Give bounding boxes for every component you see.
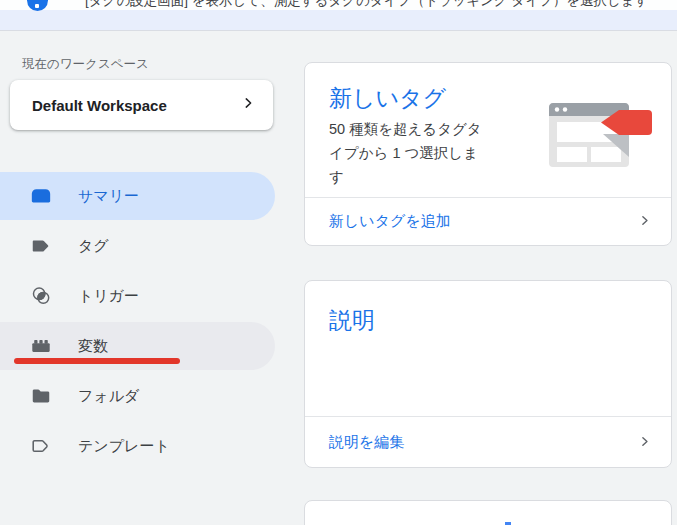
card-title: 新しいタグ — [329, 83, 446, 114]
browser-window-red-tag-illustration — [545, 93, 657, 181]
template-icon — [30, 435, 52, 457]
sidebar-item-label: サマリー — [78, 187, 139, 206]
trigger-icon — [30, 285, 52, 307]
sidebar-item-label: テンプレート — [78, 437, 170, 456]
banner-clip: [タグの設定画面] を表示して、測定するタグのタイプ（トラッキング タイプ）を選… — [0, 0, 677, 12]
sidebar-item-folders[interactable]: フォルダ — [0, 372, 275, 420]
chevron-right-icon — [638, 434, 651, 451]
sidebar-item-label: フォルダ — [78, 387, 139, 406]
card-title: 説明 — [329, 305, 375, 336]
tour-banner: [タグの設定画面] を表示して、測定するタグのタイプ（トラッキング タイプ）を選… — [0, 0, 677, 31]
info-icon — [27, 0, 48, 11]
action-label: 新しいタグを追加 — [329, 212, 451, 231]
card-description: 50 種類を超えるタグタイプから 1 つ選択します — [329, 117, 487, 189]
add-new-tag-action[interactable]: 新しいタグを追加 — [305, 197, 671, 245]
summary-icon — [30, 185, 52, 207]
chevron-right-icon — [241, 96, 255, 114]
variable-icon — [30, 335, 52, 357]
description-card: 説明 説明を編集 — [304, 280, 672, 468]
workspace-name: Default Workspace — [32, 97, 167, 114]
sidebar-item-triggers[interactable]: トリガー — [0, 272, 275, 320]
sidebar-item-summary[interactable]: サマリー — [0, 172, 275, 220]
action-label: 説明を編集 — [329, 433, 404, 452]
workspace-selector[interactable]: Default Workspace — [10, 80, 273, 130]
partial-card — [304, 500, 672, 525]
chevron-right-icon — [638, 213, 651, 230]
sidebar-item-templates[interactable]: テンプレート — [0, 422, 275, 470]
edit-description-action[interactable]: 説明を編集 — [305, 416, 671, 467]
tag-icon — [30, 235, 52, 257]
red-underline-annotation — [14, 358, 180, 364]
sidebar-item-label: 変数 — [78, 337, 108, 356]
sidebar-item-label: トリガー — [78, 287, 139, 306]
sidebar-nav: サマリー タグ トリガー 変数 フォルダ — [0, 172, 275, 472]
sidebar-item-label: タグ — [78, 237, 109, 256]
sidebar-item-tags[interactable]: タグ — [0, 222, 275, 270]
banner-text: [タグの設定画面] を表示して、測定するタグのタイプ（トラッキング タイプ）を選… — [85, 0, 649, 10]
current-workspace-label: 現在のワークスペース — [22, 56, 149, 73]
folder-icon — [30, 385, 52, 407]
new-tag-card: 新しいタグ 50 種類を超えるタグタイプから 1 つ選択します 新しいタグを追加 — [304, 62, 672, 246]
